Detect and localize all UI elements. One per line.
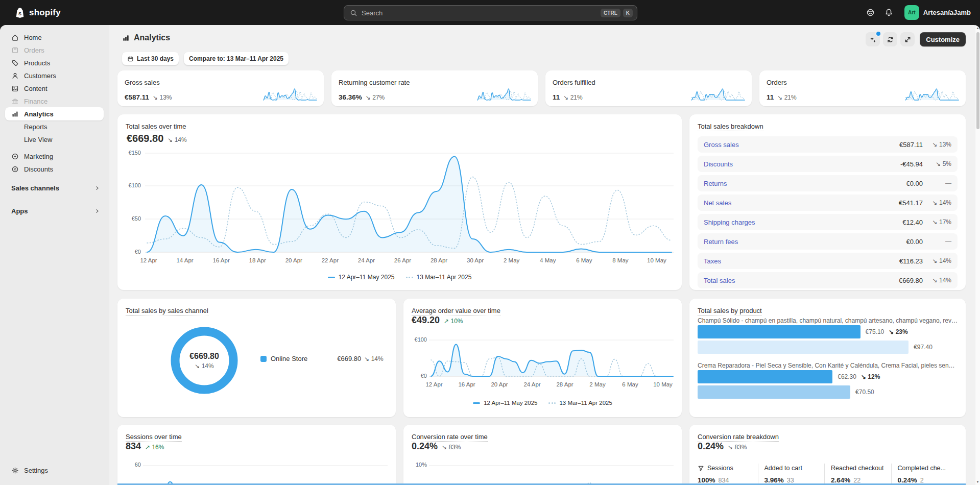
metric-value: €49.20: [412, 315, 440, 326]
sidebar-item-reports[interactable]: Reports: [5, 120, 104, 133]
product-previous-bar: [698, 341, 909, 354]
analytics-icon: [11, 110, 19, 118]
step-percent: 2.64%: [831, 476, 850, 484]
card-title[interactable]: Average order value over time: [412, 307, 500, 316]
scrollbar-thumb[interactable]: [976, 32, 979, 129]
channel-donut-chart: €669.80 ↘ 14%: [163, 320, 245, 401]
conversion-rate-over-time-card: Conversion rate over time 0.24%↘ 83% 10%: [403, 425, 682, 485]
refresh-icon: [887, 36, 894, 43]
customers-icon: [11, 72, 19, 80]
breakdown-link[interactable]: Returns: [704, 180, 906, 187]
x-axis-label: 4 May: [536, 257, 560, 263]
product-name: Champú Sólido - champú en pastilla, cham…: [698, 317, 958, 324]
kpi-title[interactable]: Gross sales: [125, 79, 160, 87]
kpi-title[interactable]: Returning customer rate: [339, 79, 410, 87]
refresh-button[interactable]: [883, 32, 897, 46]
scrollbar[interactable]: ▲ ▼: [975, 25, 980, 485]
breakdown-link[interactable]: Net sales: [704, 199, 899, 207]
breakdown-row-net-sales: Net sales€541.17↘ 14%: [698, 195, 958, 211]
funnel-step-added-to-cart: Added to cart3.96%33: [758, 464, 825, 484]
legend-label: 12 Apr–11 May 2025: [484, 400, 537, 406]
step-count: 2: [920, 477, 924, 484]
card-title[interactable]: Total sales breakdown: [698, 123, 763, 131]
breakdown-link[interactable]: Total sales: [704, 277, 899, 284]
card-title[interactable]: Conversion rate breakdown: [698, 433, 779, 442]
breakdown-link[interactable]: Return fees: [704, 238, 906, 246]
sidekick-button[interactable]: [863, 5, 879, 21]
scrollbar-up-arrow[interactable]: ▲: [975, 27, 980, 30]
funnel-step-values: 100%834: [698, 476, 758, 484]
bar-value-label: €70.50: [855, 385, 874, 399]
store-avatar: Art: [904, 5, 919, 20]
sidebar-item-discounts[interactable]: Discounts: [5, 162, 104, 176]
funnel-step-values: 2.64%22: [831, 476, 891, 484]
search-input[interactable]: Search CTRL K: [344, 5, 637, 20]
card-title[interactable]: Sessions over time: [126, 433, 182, 442]
chart-legend: 12 Apr–11 May 202513 Mar–11 Apr 2025: [403, 400, 682, 406]
x-axis-label: 26 Apr: [390, 257, 415, 263]
auto-insights-button[interactable]: [866, 32, 880, 46]
sidebar-item-products[interactable]: Products: [5, 56, 104, 69]
y-axis-label: €100: [122, 182, 141, 188]
change-indicator: ↘ 83%: [728, 444, 747, 451]
card-title[interactable]: Total sales by sales channel: [126, 307, 208, 316]
card-title[interactable]: Conversion rate over time: [412, 433, 488, 442]
product-current-bar: [698, 370, 832, 383]
breakdown-link[interactable]: Shipping charges: [704, 219, 902, 226]
conversion-rate-breakdown-card: Conversion rate breakdown 0.24%↘ 83% Ses…: [689, 425, 966, 485]
y-axis-label: 10%: [408, 462, 427, 468]
sidebar-item-customers[interactable]: Customers: [5, 69, 104, 82]
funnel-step-label: Added to cart: [764, 465, 825, 472]
kpi-value: €587.11: [125, 93, 149, 101]
sidebar-section-apps[interactable]: Apps: [5, 204, 104, 217]
conversion-funnel: Sessions100%834Added to cart3.96%33Reach…: [698, 464, 958, 484]
card-title[interactable]: Total sales over time: [126, 123, 186, 131]
section-label: Sales channels: [11, 184, 59, 192]
kpi-row: Gross sales€587.11↘ 13%Returning custome…: [117, 70, 966, 106]
y-axis-label: €150: [122, 150, 141, 156]
sidebar-item-finance[interactable]: Finance: [5, 94, 104, 108]
x-axis-label: 6 May: [618, 381, 642, 387]
card-title[interactable]: Total sales by product: [698, 307, 762, 316]
breakdown-link[interactable]: Taxes: [704, 257, 899, 265]
date-range-button[interactable]: Last 30 days: [122, 52, 179, 65]
sidebar-item-analytics[interactable]: Analytics: [5, 107, 104, 120]
brand-name: shopify: [29, 8, 61, 18]
kpi-title[interactable]: Orders: [767, 79, 787, 87]
bar-value: €62.30: [838, 373, 856, 380]
x-axis-label: 20 Apr: [281, 257, 306, 263]
sidebar-item-marketing[interactable]: Marketing: [5, 150, 104, 163]
breakdown-link[interactable]: Discounts: [704, 160, 900, 168]
kpi-value: 36.36%: [339, 93, 362, 101]
section-label: Apps: [11, 207, 28, 215]
kpi-value-row: 36.36%↘ 27%: [339, 93, 385, 101]
x-axis-label: 14 Apr: [173, 257, 197, 263]
customize-button[interactable]: Customize: [920, 32, 966, 46]
sidebar-item-content[interactable]: Content: [5, 82, 104, 95]
sessions-over-time-card: Sessions over time 834↗ 16% 60: [117, 425, 396, 485]
kpi-sparkline: [904, 86, 960, 102]
sidebar-item-label: Analytics: [24, 110, 54, 118]
sales-by-product-card: Total sales by product Champú Sólido - c…: [689, 299, 966, 417]
sidebar-item-live-view[interactable]: Live View: [5, 133, 104, 146]
metric-value: 0.24%: [698, 441, 724, 452]
shopify-logo[interactable]: S shopify: [14, 0, 61, 25]
notifications-button[interactable]: [881, 5, 897, 21]
sidebar-section-sales-channels[interactable]: Sales channels: [5, 181, 104, 195]
topbar-actions: Art ArtesaníaJamb: [863, 0, 974, 25]
store-profile-button[interactable]: Art ArtesaníaJamb: [902, 4, 974, 21]
content-icon: [11, 85, 19, 92]
sidebar-item-settings[interactable]: Settings: [5, 464, 104, 477]
scrollbar-down-arrow[interactable]: ▼: [975, 480, 980, 483]
y-axis-label: €50: [122, 215, 141, 222]
sidebar-item-home[interactable]: Home: [5, 31, 104, 44]
breakdown-link[interactable]: Gross sales: [704, 141, 899, 149]
compare-button[interactable]: Compare to: 13 Mar–11 Apr 2025: [184, 52, 289, 65]
sidebar-item-orders[interactable]: Orders: [5, 43, 104, 57]
legend-label: 12 Apr–11 May 2025: [339, 274, 395, 281]
kpi-title[interactable]: Orders fulfilled: [553, 79, 595, 87]
x-axis-label: 12 Apr: [136, 257, 161, 263]
fullscreen-button[interactable]: [900, 32, 915, 46]
legend-previous: 13 Mar–11 Apr 2025: [406, 274, 472, 281]
x-axis-label: 24 Apr: [354, 257, 378, 263]
